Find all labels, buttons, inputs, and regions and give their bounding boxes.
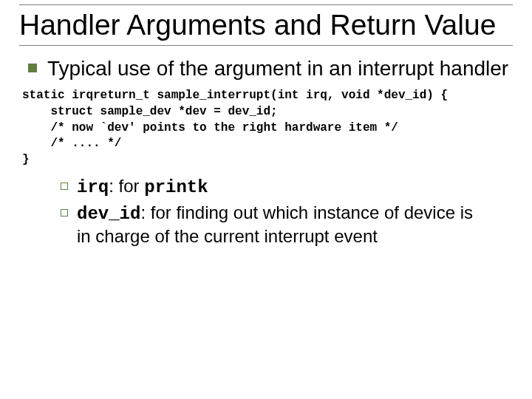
top-rule bbox=[19, 4, 513, 5]
hollow-square-bullet-icon bbox=[61, 183, 68, 190]
code-span: printk bbox=[144, 177, 208, 197]
code-span: irq bbox=[77, 177, 109, 197]
text-span: : for bbox=[109, 176, 144, 196]
bullet-level2: dev_id: for finding out which instance o… bbox=[61, 202, 513, 248]
title-rule bbox=[19, 45, 513, 46]
bullet-level2: irq: for printk bbox=[61, 175, 513, 199]
slide-title: Handler Arguments and Return Value bbox=[19, 9, 513, 42]
hollow-square-bullet-icon bbox=[61, 209, 68, 216]
code-span: dev_id bbox=[77, 204, 140, 224]
slide: Handler Arguments and Return Value Typic… bbox=[0, 0, 532, 399]
bullet-level1: Typical use of the argument in an interr… bbox=[28, 56, 513, 81]
code-block: static irqreturn_t sample_interrupt(int … bbox=[22, 88, 513, 168]
bullet-text: Typical use of the argument in an interr… bbox=[47, 56, 508, 81]
subpoint-irq: irq: for printk bbox=[77, 175, 208, 199]
subpoint-devid: dev_id: for finding out which instance o… bbox=[77, 202, 491, 248]
square-bullet-icon bbox=[28, 64, 37, 72]
